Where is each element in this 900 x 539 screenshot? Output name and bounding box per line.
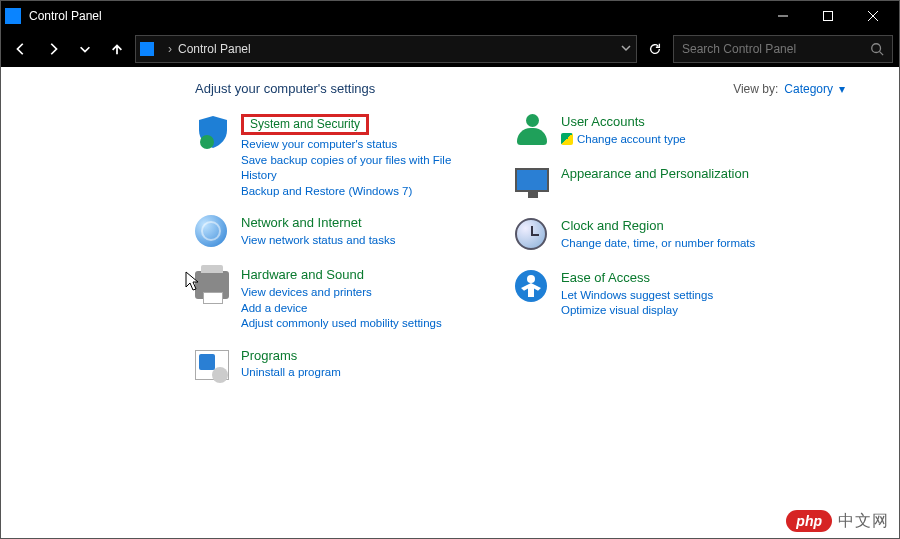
control-panel-window: Control Panel › Control Panel Adjust you…: [0, 0, 900, 539]
category-title-link[interactable]: Network and Internet: [241, 215, 395, 231]
view-by-value[interactable]: Category: [784, 82, 833, 96]
chevron-down-icon[interactable]: [620, 42, 632, 57]
page-heading: Adjust your computer's settings: [195, 81, 375, 96]
view-by-label: View by:: [733, 82, 778, 96]
ease-of-access-icon: [515, 270, 551, 306]
view-by[interactable]: View by: Category ▾: [733, 82, 845, 96]
titlebar[interactable]: Control Panel: [1, 1, 899, 31]
task-link[interactable]: Let Windows suggest settings: [561, 288, 713, 304]
category-title-link[interactable]: Appearance and Personalization: [561, 166, 749, 182]
category-system-security: System and Security Review your computer…: [195, 114, 465, 199]
task-link[interactable]: Optimize visual display: [561, 303, 713, 319]
search-input[interactable]: [682, 42, 870, 56]
category-title-link[interactable]: System and Security: [241, 114, 465, 135]
watermark: php 中文网: [786, 510, 889, 532]
navbar: › Control Panel: [1, 31, 899, 67]
globe-icon: [195, 215, 231, 251]
window-buttons: [760, 1, 895, 31]
content-area: Adjust your computer's settings View by:…: [1, 67, 899, 538]
forward-button[interactable]: [39, 35, 67, 63]
cursor-icon: [185, 271, 199, 291]
minimize-button[interactable]: [760, 1, 805, 31]
task-link[interactable]: Review your computer's status: [241, 137, 465, 153]
monitor-icon: [515, 166, 551, 202]
task-link[interactable]: Uninstall a program: [241, 365, 341, 381]
task-link[interactable]: Change account type: [561, 132, 686, 148]
printer-icon: [195, 267, 231, 303]
category-user-accounts: User Accounts Change account type: [515, 114, 785, 150]
right-column: User Accounts Change account type Appear…: [515, 114, 785, 384]
address-bar[interactable]: › Control Panel: [135, 35, 637, 63]
shield-icon: [195, 114, 231, 150]
category-title-link[interactable]: Programs: [241, 348, 341, 364]
category-clock-region: Clock and Region Change date, time, or n…: [515, 218, 785, 254]
highlight-box: System and Security: [241, 114, 369, 135]
search-box[interactable]: [673, 35, 893, 63]
category-title-link[interactable]: Clock and Region: [561, 218, 755, 234]
close-button[interactable]: [850, 1, 895, 31]
left-column: System and Security Review your computer…: [195, 114, 465, 384]
address-icon: [140, 42, 154, 56]
maximize-button[interactable]: [805, 1, 850, 31]
svg-point-2: [200, 135, 214, 149]
category-title-link[interactable]: Hardware and Sound: [241, 267, 442, 283]
category-title-link[interactable]: User Accounts: [561, 114, 686, 130]
task-link[interactable]: Save backup copies of your files with Fi…: [241, 153, 465, 184]
task-link[interactable]: Adjust commonly used mobility settings: [241, 316, 442, 332]
svg-point-1: [872, 44, 881, 53]
chevron-right-icon: ›: [162, 42, 178, 56]
task-link[interactable]: View devices and printers: [241, 285, 442, 301]
programs-icon: [195, 348, 231, 384]
watermark-text: 中文网: [838, 511, 889, 532]
user-icon: [515, 114, 551, 150]
back-button[interactable]: [7, 35, 35, 63]
search-icon: [870, 42, 884, 56]
clock-icon: [515, 218, 551, 254]
task-link[interactable]: Add a device: [241, 301, 442, 317]
category-appearance: Appearance and Personalization: [515, 166, 785, 202]
task-link[interactable]: View network status and tasks: [241, 233, 395, 249]
category-network-internet: Network and Internet View network status…: [195, 215, 465, 251]
watermark-badge: php: [786, 510, 832, 532]
refresh-button[interactable]: [641, 35, 669, 63]
app-icon: [5, 8, 21, 24]
category-hardware-sound: Hardware and Sound View devices and prin…: [195, 267, 465, 331]
task-link[interactable]: Backup and Restore (Windows 7): [241, 184, 465, 200]
chevron-down-icon: ▾: [839, 82, 845, 96]
category-title-link[interactable]: Ease of Access: [561, 270, 713, 286]
up-button[interactable]: [103, 35, 131, 63]
address-segment[interactable]: Control Panel: [178, 42, 251, 56]
recent-locations-button[interactable]: [71, 35, 99, 63]
window-title: Control Panel: [29, 9, 760, 23]
category-ease-of-access: Ease of Access Let Windows suggest setti…: [515, 270, 785, 319]
svg-rect-0: [823, 12, 832, 21]
category-programs: Programs Uninstall a program: [195, 348, 465, 384]
task-link[interactable]: Change date, time, or number formats: [561, 236, 755, 252]
